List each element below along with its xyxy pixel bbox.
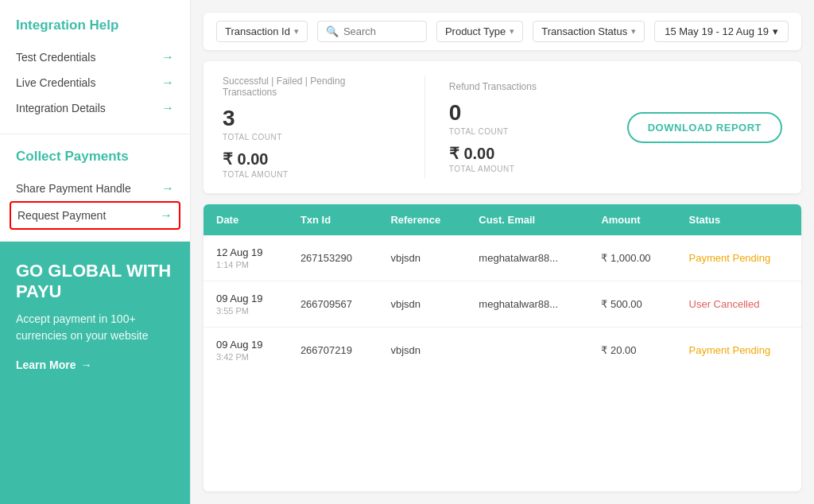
cell-txn-id: 266707219	[288, 328, 378, 374]
filter-bar: Transaction Id ▾ 🔍 Product Type ▾ Transa…	[204, 13, 801, 50]
cell-cust-email: meghatalwar88...	[466, 281, 588, 328]
sidebar-item-label: Integration Details	[16, 102, 106, 114]
summary-card: Successful | Failed | Pending Transactio…	[204, 61, 801, 193]
chevron-down-icon: ▾	[631, 26, 636, 37]
cell-txn-id: 266709567	[288, 281, 378, 328]
learn-more-arrow-icon: →	[80, 359, 91, 371]
refund-transactions-summary: Refund Transactions 0 TOTAL COUNT ₹ 0.00…	[449, 81, 627, 173]
successful-amount: ₹ 0.00	[223, 149, 401, 169]
sidebar-item-live-credentials[interactable]: Live Credentials →	[16, 70, 174, 95]
sidebar-item-label: Test Credentials	[16, 51, 95, 64]
cell-cust-email	[466, 328, 588, 374]
sidebar: Integration Help Test Credentials → Live…	[0, 0, 191, 504]
arrow-icon: →	[161, 76, 174, 90]
table-body: 12 Aug 19 1:14 PM 267153290 vbjsdn megha…	[204, 235, 801, 373]
arrow-icon: →	[160, 208, 172, 223]
col-txn-id: Txn Id	[288, 204, 378, 235]
col-amount: Amount	[588, 204, 676, 235]
cell-txn-id: 267153290	[288, 235, 378, 281]
sidebar-item-request-payment[interactable]: Request Payment →	[10, 201, 180, 230]
learn-more-link[interactable]: Learn More →	[16, 359, 174, 371]
cell-date: 09 Aug 19 3:42 PM	[204, 328, 288, 374]
cell-amount: ₹ 500.00	[588, 281, 676, 328]
go-global-description: Accept payment in 100+ currencies on you…	[16, 311, 174, 344]
download-report-button[interactable]: DOWNLOAD REPORT	[627, 112, 782, 143]
learn-more-label: Learn More	[16, 359, 76, 371]
integration-help-section: Integration Help Test Credentials → Live…	[0, 0, 190, 134]
chevron-down-icon: ▾	[510, 26, 514, 37]
cell-reference: vbjsdn	[378, 235, 466, 281]
refund-count: 0	[449, 100, 627, 126]
chevron-down-icon: ▾	[773, 25, 778, 37]
transaction-status-dropdown[interactable]: Transaction Status ▾	[533, 21, 645, 42]
col-cust-email: Cust. Email	[466, 204, 588, 235]
sidebar-item-label: Request Payment	[17, 209, 106, 222]
collect-payments-title: Collect Payments	[16, 149, 174, 165]
transactions-table-wrapper: Date Txn Id Reference Cust. Email Amount…	[204, 204, 801, 491]
go-global-title: GO GLOBAL WITH PAYU	[16, 261, 174, 303]
search-box[interactable]: 🔍	[317, 21, 427, 42]
main-content: Transaction Id ▾ 🔍 Product Type ▾ Transa…	[191, 0, 814, 504]
cell-cust-email: meghatalwar88...	[466, 235, 588, 281]
col-status: Status	[676, 204, 801, 235]
refund-amount: ₹ 0.00	[449, 144, 627, 163]
arrow-icon: →	[161, 101, 174, 115]
table-row: 09 Aug 19 3:42 PM 266707219 vbjsdn ₹ 20.…	[204, 328, 801, 374]
transactions-table: Date Txn Id Reference Cust. Email Amount…	[204, 204, 801, 373]
transaction-status-label: Transaction Status	[541, 25, 627, 37]
successful-amount-label: TOTAL AMOUNT	[223, 170, 401, 179]
sidebar-item-share-payment-handle[interactable]: Share Payment Handle →	[16, 176, 174, 201]
cell-date: 12 Aug 19 1:14 PM	[204, 235, 288, 281]
col-reference: Reference	[378, 204, 466, 235]
table-row: 09 Aug 19 3:55 PM 266709567 vbjsdn megha…	[204, 281, 801, 328]
search-input[interactable]	[343, 25, 418, 37]
successful-label: Successful | Failed | Pending Transactio…	[223, 76, 401, 98]
collect-payments-section: Collect Payments Share Payment Handle → …	[0, 134, 190, 242]
table-header-row: Date Txn Id Reference Cust. Email Amount…	[204, 204, 801, 235]
download-report-wrapper: DOWNLOAD REPORT	[627, 112, 782, 143]
col-date: Date	[204, 204, 288, 235]
product-type-dropdown[interactable]: Product Type ▾	[436, 21, 523, 42]
refund-amount-label: TOTAL AMOUNT	[449, 165, 627, 173]
product-type-label: Product Type	[445, 25, 506, 37]
search-icon: 🔍	[326, 25, 339, 37]
refund-label: Refund Transactions	[449, 81, 627, 92]
transaction-id-label: Transaction Id	[225, 25, 290, 37]
date-range-picker[interactable]: 15 May 19 - 12 Aug 19 ▾	[654, 21, 789, 42]
date-range-label: 15 May 19 - 12 Aug 19	[665, 25, 769, 37]
cell-amount: ₹ 1,000.00	[588, 235, 676, 281]
cell-reference: vbjsdn	[378, 328, 466, 374]
cell-date: 09 Aug 19 3:55 PM	[204, 281, 288, 328]
integration-help-title: Integration Help	[16, 17, 174, 33]
sidebar-item-integration-details[interactable]: Integration Details →	[16, 95, 174, 121]
successful-count-label: TOTAL COUNT	[223, 133, 401, 142]
summary-divider	[424, 76, 425, 179]
cell-amount: ₹ 20.00	[588, 328, 676, 374]
go-global-banner: GO GLOBAL WITH PAYU Accept payment in 10…	[0, 242, 190, 504]
cell-status: Payment Pending	[676, 235, 801, 281]
successful-count: 3	[223, 106, 401, 131]
table-row: 12 Aug 19 1:14 PM 267153290 vbjsdn megha…	[204, 235, 801, 281]
arrow-icon: →	[161, 50, 174, 64]
successful-transactions-summary: Successful | Failed | Pending Transactio…	[223, 76, 401, 179]
cell-reference: vbjsdn	[378, 281, 466, 328]
sidebar-item-label: Live Credentials	[16, 76, 95, 89]
sidebar-item-label: Share Payment Handle	[16, 182, 131, 195]
arrow-icon: →	[161, 181, 174, 196]
cell-status: Payment Pending	[676, 328, 801, 374]
transaction-id-dropdown[interactable]: Transaction Id ▾	[216, 21, 308, 42]
sidebar-item-test-credentials[interactable]: Test Credentials →	[16, 45, 174, 70]
chevron-down-icon: ▾	[294, 26, 299, 37]
cell-status: User Cancelled	[676, 281, 801, 328]
refund-count-label: TOTAL COUNT	[449, 127, 627, 136]
